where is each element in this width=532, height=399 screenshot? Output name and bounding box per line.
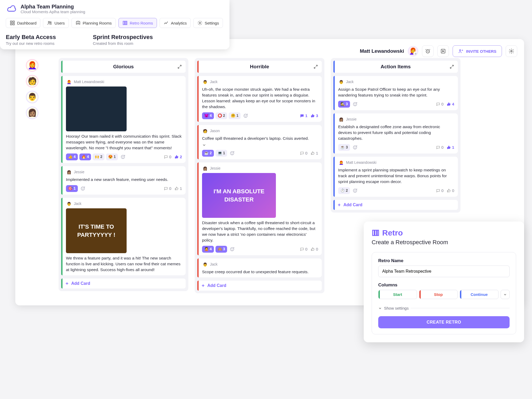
participant-avatar[interactable]: 🧑 <box>26 75 39 88</box>
reaction-chip[interactable]: 👍 4 <box>66 153 78 160</box>
reaction-chip[interactable]: 🕵️ 3 <box>338 101 350 108</box>
retro-card[interactable]: 👩🏽JessieI'M AN ABSOLUTE DISASTERDisaster… <box>197 162 322 255</box>
comments-count[interactable]: 0 <box>436 145 443 150</box>
reaction-chip[interactable]: 💻 1 <box>215 150 227 157</box>
participant-avatar[interactable]: 👩🏽 <box>26 107 39 119</box>
comments-count[interactable]: 0 <box>436 101 443 107</box>
collapse-icon[interactable] <box>202 143 318 147</box>
card-author: 👨Jack <box>338 79 454 85</box>
nav-dashboard[interactable]: Dashboard <box>6 18 40 28</box>
participants-rail: 👩‍🦰 🧑 👨 👩🏽 <box>26 59 39 119</box>
column-header[interactable]: Horrible <box>197 61 322 73</box>
retro-card[interactable]: 🧑JasonCoffee spill threatened a develope… <box>197 125 322 159</box>
reaction-chip[interactable]: ⭕ 2 <box>215 112 227 119</box>
add-reaction-button[interactable] <box>352 187 358 194</box>
create-retro-button[interactable]: CREATE RETRO <box>378 316 510 328</box>
retro-card[interactable]: 👩‍🦰Matt LewandowskiImplement a sprint pl… <box>333 157 458 197</box>
reaction-chip[interactable]: 😍 1 <box>106 153 118 160</box>
retro-card[interactable]: 👩‍🦰Matt LewandowskiHooray! Our team nail… <box>61 76 186 163</box>
add-card-button[interactable]: Add Card <box>333 200 458 210</box>
current-user-name: Matt Lewandowski <box>360 48 404 54</box>
likes-count[interactable]: 2 <box>175 154 182 160</box>
retro-card[interactable]: 👨JackUh-oh, the scope monster struck aga… <box>197 76 322 122</box>
reaction-chip[interactable]: ☕ 3 <box>338 144 350 151</box>
reaction-chip[interactable]: ☕ 2 <box>202 150 214 157</box>
reaction-chip[interactable]: 🙌 2 <box>93 153 104 160</box>
comments-count[interactable]: 0 <box>300 150 307 156</box>
svg-point-22 <box>245 115 245 116</box>
add-card-button[interactable]: Add Card <box>61 278 186 289</box>
reaction-chip[interactable]: 🤦 4 <box>202 246 214 253</box>
add-reaction-button[interactable] <box>352 144 358 151</box>
create-retro-modal: Retro Create a Retrospective Room Retro … <box>364 222 524 342</box>
svg-point-14 <box>511 50 512 52</box>
add-reaction-button[interactable] <box>119 153 126 160</box>
comments-count[interactable]: 0 <box>436 188 443 193</box>
reactions: 👍 4🔥 4🙌 2😍 1 <box>66 153 126 160</box>
likes-count[interactable]: 1 <box>175 186 182 191</box>
reaction-chip[interactable]: 🎯 1 <box>66 185 78 192</box>
settings-icon <box>197 20 203 26</box>
retro-card[interactable]: 👩🏽JessieImplemented a new search feature… <box>61 166 186 195</box>
svg-rect-41 <box>377 230 378 235</box>
likes-count[interactable]: 0 <box>447 188 454 193</box>
retro-card[interactable]: 👨JackScope creep occurred due to unexpec… <box>197 258 322 277</box>
add-reaction-button[interactable] <box>229 246 236 253</box>
add-reaction-button[interactable] <box>352 101 358 108</box>
present-button[interactable] <box>437 45 449 57</box>
comments-count[interactable]: 0 <box>300 246 307 252</box>
nav-planning-rooms[interactable]: Planning Rooms <box>71 18 116 28</box>
add-reaction-button[interactable] <box>242 112 249 119</box>
nav-users[interactable]: Users <box>43 18 69 28</box>
comments-count[interactable]: 1 <box>300 113 307 118</box>
nav-analytics[interactable]: Analytics <box>160 18 191 28</box>
settings-button[interactable] <box>506 45 517 57</box>
card-text: Coffee spill threatened a developer's la… <box>202 136 318 141</box>
comments-count[interactable]: 0 <box>164 154 171 160</box>
card-stats: 1 3 <box>300 113 318 118</box>
nav-settings[interactable]: Settings <box>193 18 223 28</box>
column-pill-stop[interactable]: Stop <box>419 290 458 299</box>
reaction-chip[interactable]: 🙈 3 <box>215 246 227 253</box>
svg-rect-3 <box>13 23 15 25</box>
board-column: Action Items 👨JackAssign a Scope Patrol … <box>331 58 461 213</box>
svg-point-25 <box>231 153 232 153</box>
likes-count[interactable]: 3 <box>311 113 318 118</box>
card-author: 🧑Jason <box>202 128 318 134</box>
expand-icon <box>177 64 182 69</box>
card-stats: 0 1 <box>436 145 454 150</box>
timer-button[interactable] <box>422 45 434 57</box>
card-text: Establish a designated coffee zone away … <box>338 124 454 141</box>
participant-avatar[interactable]: 👩‍🦰 <box>26 59 39 72</box>
column-pill-continue[interactable]: Continue <box>460 290 499 299</box>
retro-card[interactable]: 👩🏽JessieEstablish a designated coffee zo… <box>333 113 458 153</box>
reaction-chip[interactable]: 🤗 1 <box>229 112 241 119</box>
nav-retro-rooms[interactable]: Retro Rooms <box>118 18 157 28</box>
likes-count[interactable]: 1 <box>311 150 318 156</box>
reaction-chip[interactable]: 🔥 4 <box>79 153 91 160</box>
add-reaction-button[interactable] <box>79 185 86 192</box>
likes-count[interactable]: 4 <box>447 101 454 107</box>
column-pill-start[interactable]: Start <box>378 290 417 299</box>
columns-dropdown-button[interactable] <box>501 290 510 299</box>
retro-card[interactable]: 👨JackAssign a Scope Patrol Officer to ke… <box>333 76 458 110</box>
chevron-down-icon <box>378 306 382 310</box>
add-reaction-button[interactable] <box>229 150 236 157</box>
invite-others-button[interactable]: INVITE OTHERS <box>453 45 502 57</box>
svg-rect-6 <box>123 21 124 25</box>
participant-avatar[interactable]: 👨 <box>26 91 39 103</box>
reaction-chip[interactable]: ⏱️ 2 <box>338 187 350 194</box>
likes-count[interactable]: 0 <box>311 246 318 252</box>
dashboard-icon <box>10 20 15 26</box>
retro-name-input[interactable] <box>378 266 510 277</box>
card-stats: 0 1 <box>164 186 182 191</box>
show-settings-toggle[interactable]: Show settings <box>378 306 510 310</box>
column-header[interactable]: Action Items <box>333 61 458 73</box>
comments-count[interactable]: 0 <box>164 186 171 191</box>
column-header[interactable]: Glorious <box>61 61 186 73</box>
retro-card[interactable]: 👨JackIT'S TIME TO PARTYYYYY !We threw a … <box>61 198 186 275</box>
add-card-button[interactable]: Add Card <box>197 281 322 291</box>
reaction-chip[interactable]: 😈 4 <box>202 112 214 119</box>
current-user-avatar[interactable]: 👩‍🦰 <box>408 46 418 56</box>
likes-count[interactable]: 1 <box>447 145 454 150</box>
